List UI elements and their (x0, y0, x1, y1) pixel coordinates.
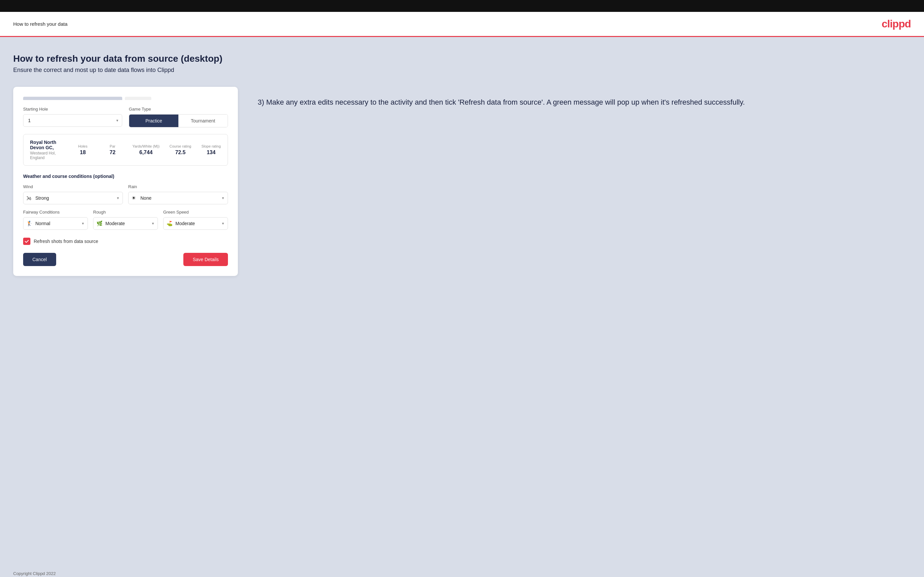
slope-rating-value: 134 (207, 150, 216, 155)
rough-label: Rough (93, 210, 158, 214)
refresh-checkbox-label: Refresh shots from data source (34, 239, 98, 244)
course-rating-label: Course rating (170, 144, 191, 148)
rain-label: Rain (128, 184, 228, 189)
breadcrumb: How to refresh your data (13, 21, 68, 27)
course-name: Royal North Devon GC, (30, 140, 63, 150)
green-speed-label: Green Speed (163, 210, 228, 214)
starting-hole-gametype-row: Starting Hole 1 10 Game Type Practice To… (23, 106, 228, 127)
yards-label: Yards/White (M)) (132, 144, 160, 148)
slope-rating-label: Slope rating (202, 144, 221, 148)
main-content: How to refresh your data from source (de… (0, 37, 924, 564)
weather-section-label: Weather and course conditions (optional) (23, 174, 228, 179)
starting-hole-group: Starting Hole 1 10 (23, 106, 122, 127)
top-bar (0, 0, 924, 12)
rain-dropdown[interactable]: None Light Heavy (128, 192, 228, 204)
wind-rain-row: Wind 🌬 Strong Light None Rain ☀ (23, 184, 228, 204)
game-type-buttons: Practice Tournament (129, 114, 228, 127)
header: How to refresh your data clippd (0, 12, 924, 37)
wind-select-wrapper[interactable]: 🌬 Strong Light None (23, 192, 123, 204)
par-stat: Par 72 (103, 144, 123, 155)
starting-hole-label: Starting Hole (23, 106, 122, 111)
game-type-label: Game Type (129, 106, 228, 111)
fairway-dropdown[interactable]: Normal Soft Hard (23, 217, 88, 230)
green-speed-dropdown[interactable]: Moderate Slow Fast (163, 217, 228, 230)
green-speed-select-wrapper[interactable]: ⛳ Moderate Slow Fast (163, 217, 228, 230)
holes-stat: Holes 18 (73, 144, 93, 155)
course-rating-value: 72.5 (175, 150, 185, 155)
form-card: Starting Hole 1 10 Game Type Practice To… (13, 87, 238, 276)
course-rating-stat: Course rating 72.5 (170, 144, 191, 155)
course-row: Royal North Devon GC, Westward Hol, Engl… (23, 134, 228, 166)
rough-dropdown[interactable]: Moderate Light Heavy (93, 217, 158, 230)
par-label: Par (110, 144, 115, 148)
logo: clippd (882, 18, 911, 30)
top-tabs-area (23, 97, 228, 100)
wind-group: Wind 🌬 Strong Light None (23, 184, 123, 204)
tournament-button[interactable]: Tournament (178, 114, 228, 127)
page-title: How to refresh your data from source (de… (13, 53, 911, 64)
holes-value: 18 (80, 150, 86, 155)
page-subtitle: Ensure the correct and most up to date d… (13, 67, 911, 74)
fairway-group: Fairway Conditions 🏌 Normal Soft Hard (23, 210, 88, 230)
par-value: 72 (110, 150, 116, 155)
yards-stat: Yards/White (M)) 6,744 (132, 144, 160, 155)
green-speed-group: Green Speed ⛳ Moderate Slow Fast (163, 210, 228, 230)
slope-rating-stat: Slope rating 134 (201, 144, 221, 155)
rain-group: Rain ☀ None Light Heavy (128, 184, 228, 204)
wind-label: Wind (23, 184, 123, 189)
fairway-label: Fairway Conditions (23, 210, 88, 214)
holes-label: Holes (78, 144, 87, 148)
rough-group: Rough 🌿 Moderate Light Heavy (93, 210, 158, 230)
side-note-text: 3) Make any extra edits necessary to the… (258, 97, 911, 108)
conditions-row: Fairway Conditions 🏌 Normal Soft Hard Ro… (23, 210, 228, 230)
refresh-checkbox[interactable] (23, 238, 31, 245)
game-type-group: Game Type Practice Tournament (129, 106, 228, 127)
starting-hole-dropdown[interactable]: 1 10 (23, 114, 122, 127)
yards-value: 6,744 (139, 150, 153, 155)
save-button[interactable]: Save Details (183, 253, 228, 266)
form-actions: Cancel Save Details (23, 253, 228, 266)
practice-button[interactable]: Practice (129, 114, 178, 127)
side-note: 3) Make any extra edits necessary to the… (258, 87, 911, 108)
fairway-select-wrapper[interactable]: 🏌 Normal Soft Hard (23, 217, 88, 230)
checkbox-row: Refresh shots from data source (23, 238, 228, 245)
course-location: Westward Hol, England (30, 151, 63, 160)
footer: Copyright Clippd 2022 (0, 564, 924, 577)
cancel-button[interactable]: Cancel (23, 253, 56, 266)
rough-select-wrapper[interactable]: 🌿 Moderate Light Heavy (93, 217, 158, 230)
content-area: Starting Hole 1 10 Game Type Practice To… (13, 87, 911, 276)
starting-hole-select[interactable]: 1 10 (23, 114, 122, 127)
course-info: Royal North Devon GC, Westward Hol, Engl… (30, 140, 63, 160)
rain-select-wrapper[interactable]: ☀ None Light Heavy (128, 192, 228, 204)
wind-dropdown[interactable]: Strong Light None (23, 192, 123, 204)
copyright: Copyright Clippd 2022 (13, 571, 56, 576)
